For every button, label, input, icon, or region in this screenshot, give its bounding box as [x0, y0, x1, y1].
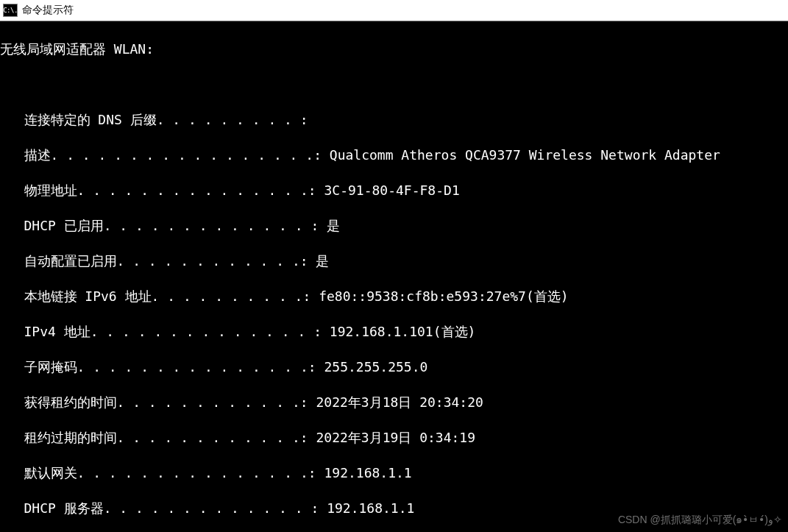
wlan-subnet-row: 子网掩码. . . . . . . . . . . . . . .: 255.2…: [0, 358, 788, 376]
wlan-autoconf-row: 自动配置已启用. . . . . . . . . . . .: 是: [0, 252, 788, 270]
wlan-lease-obtained-row: 获得租约的时间. . . . . . . . . . . .: 2022年3月1…: [0, 394, 788, 411]
window-titlebar[interactable]: C:\. 命令提示符: [0, 0, 788, 21]
window-title: 命令提示符: [22, 4, 74, 17]
wlan-physical-row: 物理地址. . . . . . . . . . . . . . .: 3C-91…: [0, 182, 788, 199]
cmd-icon: C:\.: [3, 4, 18, 17]
wlan-gateway-row: 默认网关. . . . . . . . . . . . . . .: 192.1…: [0, 464, 788, 482]
wlan-ipv4-row: IPv4 地址. . . . . . . . . . . . . . : 192…: [0, 323, 788, 341]
csdn-watermark: CSDN @抓抓璐璐小可爱(๑•̀ㅂ•́)و✧: [618, 511, 782, 528]
wlan-lease-expires-row: 租约过期的时间. . . . . . . . . . . .: 2022年3月1…: [0, 429, 788, 447]
wlan-linklocal-ipv6-row: 本地链接 IPv6 地址. . . . . . . . . .: fe80::9…: [0, 288, 788, 305]
wlan-header: 无线局域网适配器 WLAN:: [0, 40, 154, 58]
wlan-dns-suffix-row: 连接特定的 DNS 后缀. . . . . . . . . :: [0, 111, 788, 129]
wlan-dhcp-enabled-row: DHCP 已启用. . . . . . . . . . . . . : 是: [0, 217, 788, 235]
wlan-description-row: 描述. . . . . . . . . . . . . . . . .: Qua…: [0, 146, 788, 164]
terminal-output[interactable]: 无线局域网适配器 WLAN: 连接特定的 DNS 后缀. . . . . . .…: [0, 21, 788, 532]
